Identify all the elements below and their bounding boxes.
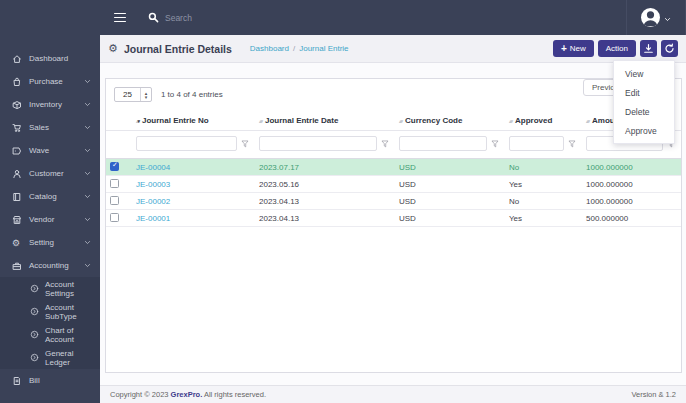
table-info: 1 to 4 of 4 entries	[161, 90, 223, 99]
sort-icon: ▴▾	[509, 118, 512, 124]
filter-funnel-icon[interactable]	[491, 140, 499, 148]
sidebar-item-label: Customer	[29, 169, 64, 178]
chevron-down-icon	[84, 101, 91, 108]
sidebar-subitem-label: Account SubType	[45, 303, 100, 321]
column-header-journal-entrie-date[interactable]: ▴▾Journal Entrie Date	[255, 110, 395, 131]
menu-item-view[interactable]: View	[614, 64, 674, 83]
circle-arrow-icon	[30, 284, 39, 293]
person-icon	[12, 169, 22, 179]
cell-date: 2023.04.13	[255, 210, 395, 227]
box-icon	[12, 100, 22, 110]
chevron-down-icon	[84, 170, 91, 177]
refresh-button[interactable]	[661, 40, 678, 57]
action-button[interactable]: Action	[598, 40, 636, 57]
filter-input-approved[interactable]	[509, 136, 564, 151]
sidebar-item-sales[interactable]: Sales	[0, 116, 100, 139]
cell-approved: Yes	[505, 176, 582, 193]
sort-icon: ▴▾	[586, 118, 589, 124]
column-header-approved[interactable]: ▴▾Approved	[505, 110, 582, 131]
row-checkbox[interactable]	[110, 196, 119, 205]
stepper-icon: ▴▾	[140, 88, 151, 101]
sidebar-subitem-general-ledger[interactable]: General Ledger	[0, 346, 100, 369]
breadcrumb-dashboard-link[interactable]: Dashboard	[250, 44, 289, 53]
filter-input-currency-code[interactable]	[399, 136, 487, 151]
sidebar-subitem-account-settings[interactable]: Account Settings	[0, 277, 100, 300]
filter-input-journal-entrie-no[interactable]	[136, 136, 237, 151]
sidebar-item-setting[interactable]: ⚙ Setting	[0, 231, 100, 254]
plus-icon: +	[561, 44, 567, 54]
chevron-down-icon	[84, 262, 91, 269]
filter-input-journal-entrie-date[interactable]	[259, 136, 377, 151]
header-checkbox-cell	[106, 110, 132, 131]
sidebar-item-wave[interactable]: Wave	[0, 139, 100, 162]
sidebar-item-catalog[interactable]: Catalog	[0, 185, 100, 208]
table-row: JE-00004 2023.07.17 USD No 1000.000000	[106, 159, 681, 176]
sidebar-item-dashboard[interactable]: Dashboard	[0, 47, 100, 70]
table-row: JE-00001 2023.04.13 USD Yes 500.000000	[106, 210, 681, 227]
gear-icon: ⚙	[108, 42, 118, 55]
sidebar-item-inventory[interactable]: Inventory	[0, 93, 100, 116]
chevron-down-icon	[84, 124, 91, 131]
download-button[interactable]	[640, 40, 657, 57]
table-row: JE-00002 2023.04.13 USD No 1000.000000	[106, 193, 681, 210]
journal-entry-link[interactable]: JE-00001	[136, 214, 170, 223]
cell-approved: Yes	[505, 210, 582, 227]
book-icon	[12, 192, 22, 202]
sidebar-item-accounting[interactable]: Accounting	[0, 254, 100, 277]
refresh-icon	[664, 43, 675, 54]
copyright-text: Copyright © 2023 GrexPro. All rights res…	[110, 390, 266, 399]
journal-entry-link[interactable]: JE-00003	[136, 180, 170, 189]
sidebar-item-vendor[interactable]: Vendor	[0, 208, 100, 231]
column-header-currency-code[interactable]: ▴▾Currency Code	[395, 110, 505, 131]
journal-entry-link[interactable]: JE-00004	[136, 163, 170, 172]
briefcase-icon	[12, 261, 22, 271]
breadcrumb: Dashboard / Journal Entrie	[250, 44, 349, 53]
sidebar-item-label: Accounting	[29, 261, 69, 270]
page-length-value: 25	[115, 88, 140, 101]
circle-arrow-icon	[30, 307, 39, 316]
sidebar-item-label: Dashboard	[29, 54, 68, 63]
top-navbar	[100, 0, 686, 35]
journal-entries-table: ▴▾Journal Entrie No ▴▾Journal Entrie Dat…	[106, 110, 681, 227]
gear-icon: ⚙	[12, 238, 22, 248]
filter-funnel-icon[interactable]	[381, 140, 389, 148]
sidebar-item-bill[interactable]: Bill	[0, 369, 100, 392]
cell-date: 2023.05.16	[255, 176, 395, 193]
sidebar-item-customer[interactable]: Customer	[0, 162, 100, 185]
cell-amount: 1000.000000	[582, 176, 681, 193]
hamburger-menu-icon[interactable]	[114, 13, 126, 23]
store-icon	[12, 215, 22, 225]
new-button[interactable]: + New	[553, 40, 594, 57]
footer-brand-link[interactable]: GrexPro.	[171, 390, 203, 399]
breadcrumb-current-link[interactable]: Journal Entrie	[299, 44, 348, 53]
sidebar-subitem-label: Account Settings	[45, 280, 100, 298]
column-header-journal-entrie-no[interactable]: ▴▾Journal Entrie No	[132, 110, 255, 131]
sidebar: Dashboard Purchase Inventory Sales Wave …	[0, 0, 100, 403]
row-checkbox[interactable]	[110, 179, 119, 188]
menu-item-edit[interactable]: Edit	[614, 83, 674, 102]
menu-item-delete[interactable]: Delete	[614, 102, 674, 121]
sidebar-item-purchase[interactable]: Purchase	[0, 70, 100, 93]
page-footer: Copyright © 2023 GrexPro. All rights res…	[100, 385, 686, 403]
menu-item-approve[interactable]: Approve	[614, 121, 674, 140]
journal-entry-link[interactable]: JE-00002	[136, 197, 170, 206]
row-checkbox[interactable]	[110, 213, 119, 222]
cell-approved: No	[505, 159, 582, 176]
filter-funnel-icon[interactable]	[568, 140, 576, 148]
page-header: ⚙ Journal Entrie Details Dashboard / Jou…	[100, 35, 686, 63]
page-length-select[interactable]: 25 ▴▾	[114, 87, 152, 102]
table-header-row: ▴▾Journal Entrie No ▴▾Journal Entrie Dat…	[106, 110, 681, 131]
action-dropdown-menu: View Edit Delete Approve	[613, 60, 675, 144]
sidebar-subitem-account-subtype[interactable]: Account SubType	[0, 300, 100, 323]
search-input[interactable]	[165, 13, 285, 23]
wave-icon	[12, 146, 22, 156]
sidebar-item-label: Inventory	[29, 100, 62, 109]
user-avatar	[641, 8, 660, 27]
row-checkbox[interactable]	[110, 162, 119, 171]
home-icon	[12, 54, 22, 64]
sidebar-subitem-chart-of-account[interactable]: Chart of Account	[0, 323, 100, 346]
cell-currency: USD	[395, 176, 505, 193]
user-menu[interactable]	[626, 0, 686, 35]
filter-funnel-icon[interactable]	[241, 140, 249, 148]
cell-date: 2023.07.17	[255, 159, 395, 176]
